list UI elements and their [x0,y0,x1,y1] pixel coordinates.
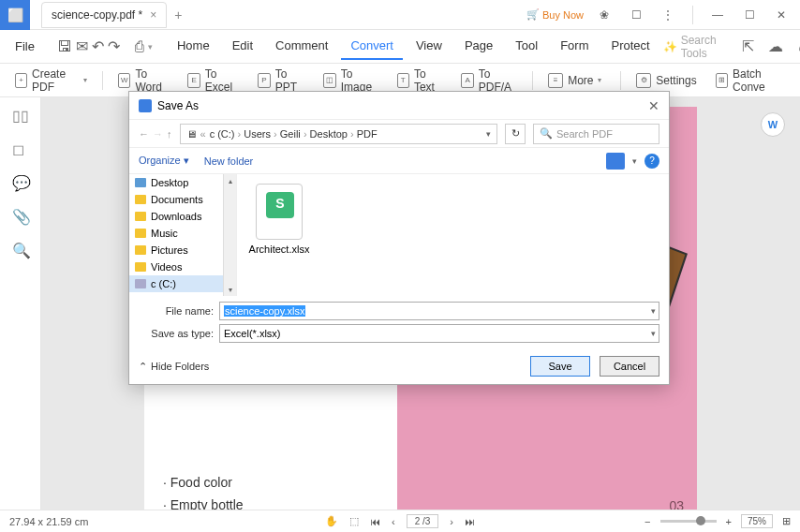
minimize-button[interactable]: — [706,4,729,26]
tool-settings[interactable]: ⚙Settings [629,69,704,92]
nav-up-icon[interactable]: ↑ [167,128,172,140]
tree-item-videos[interactable]: Videos [129,259,236,275]
tool-create-pdf[interactable]: +Create PDF▾ [7,64,95,97]
zoom-out-icon[interactable]: − [644,516,650,527]
page-indicator[interactable]: 2 /3 [407,514,439,528]
menu-home[interactable]: Home [168,33,219,60]
search-tools[interactable]: ✨ Search Tools [663,34,730,60]
save-button[interactable]: Save [530,356,590,377]
dialog-title: Save As [157,99,199,112]
zoom-level[interactable]: 75% [741,514,773,528]
filename-input[interactable]: science-copy.xlsx ▾ [219,302,659,320]
maximize-button[interactable]: ☐ [738,4,761,26]
thumbnails-icon[interactable]: ▯▯ [12,107,29,124]
file-list-area[interactable]: Architect.xlsx [237,174,669,296]
tab-label: science-copy.pdf * [52,8,142,22]
menubar: File 🖫 ✉ ↶ ↷ ⎙ ▾ HomeEditCommentConvertV… [0,30,800,64]
tool-batch-conve[interactable]: ⊞Batch Conve [708,64,793,97]
share-icon[interactable]: ⇱ [739,36,757,58]
menu-form[interactable]: Form [551,33,598,60]
page-dimensions: 27.94 x 21.59 cm [9,516,88,527]
breadcrumb-item[interactable]: Desktop [310,128,348,140]
next-page-icon[interactable]: › [450,516,453,527]
hide-folders-toggle[interactable]: ⌃ Hide Folders [139,361,209,373]
prev-page-icon[interactable]: ‹ [392,516,395,527]
tree-item-desktop[interactable]: Desktop [129,174,236,191]
breadcrumb-item[interactable]: Users [244,128,271,140]
tree-item-music[interactable]: Music [129,225,236,242]
organize-menu[interactable]: Organize ▾ [139,155,189,167]
tree-item-downloads[interactable]: Downloads [129,208,236,225]
close-window-button[interactable]: ✕ [770,4,793,26]
file-item[interactable]: Architect.xlsx [246,184,312,255]
xlsx-file-icon [256,184,303,240]
menu-convert[interactable]: Convert [341,33,403,60]
breadcrumb-item[interactable]: c (C:) [210,128,235,140]
statusbar: 27.94 x 21.59 cm ✋ ⬚ ⏮ ‹ 2 /3 › ⏭ − + 75… [0,510,800,532]
pc-icon: 🖥 [186,128,197,140]
comment-icon[interactable]: 💬 [12,174,29,191]
new-folder-button[interactable]: New folder [204,155,254,167]
filename-label: File name: [139,305,219,317]
hand-tool-icon[interactable]: ✋ [325,515,338,527]
buy-now-link[interactable]: 🛒 Buy Now [526,8,584,21]
tree-item-cc[interactable]: c (C:) [129,275,236,292]
page-number: 03 [669,498,684,510]
menu-tool[interactable]: Tool [506,33,547,60]
document-tab[interactable]: science-copy.pdf * × [41,2,167,28]
search-icon[interactable]: 🔍 [12,242,29,259]
save-icon[interactable]: 🖫 [57,36,72,58]
help-button[interactable]: ? [644,154,659,169]
breadcrumb-item[interactable]: PDF [357,128,378,140]
tree-item-pictures[interactable]: Pictures [129,242,236,259]
redo-icon[interactable]: ↷ [108,36,120,58]
zoom-in-icon[interactable]: + [726,516,732,527]
refresh-button[interactable]: ↻ [505,124,526,144]
nav-back-icon[interactable]: ← [139,128,149,140]
cancel-button[interactable]: Cancel [600,356,659,377]
tree-scrollbar[interactable]: ▴ ▾ [223,174,236,296]
select-tool-icon[interactable]: ⬚ [349,515,359,527]
bookmark-icon[interactable]: ◻ [12,140,29,157]
first-page-icon[interactable]: ⏮ [370,516,380,527]
nav-fwd-icon[interactable]: → [153,128,163,140]
cloud-icon[interactable]: ☁ [766,36,784,58]
file-menu[interactable]: File [7,36,42,57]
tool-more[interactable]: ≡More▾ [541,69,609,92]
undo-icon[interactable]: ↶ [92,36,104,58]
attachment-icon[interactable]: 📎 [12,208,29,225]
expand-icon[interactable]: ⤢ [793,36,800,58]
menu-comment[interactable]: Comment [266,33,337,60]
print-icon[interactable]: ⎙ [135,36,144,58]
fit-page-icon[interactable]: ⊞ [782,515,791,527]
dialog-toolbar: Organize ▾ New folder ▾ ? [129,148,669,174]
chevron-up-icon: ⌃ [139,361,147,373]
add-tab-button[interactable]: + [174,7,182,22]
gift-icon[interactable]: ❀ [593,4,615,26]
titlebar: ⬜ science-copy.pdf * × + 🛒 Buy Now ❀ ☐ ⋮… [0,0,800,30]
tree-item-documents[interactable]: Documents [129,191,236,208]
word-badge-icon[interactable]: W [761,112,785,137]
menu-protect[interactable]: Protect [601,33,659,60]
dialog-search-input[interactable]: 🔍 Search PDF [533,124,659,144]
dialog-close-button[interactable]: ✕ [648,98,659,113]
folder-tree[interactable]: DesktopDocumentsDownloadsMusicPicturesVi… [129,174,237,296]
menu-view[interactable]: View [407,33,452,60]
mail-icon[interactable]: ✉ [76,36,88,58]
kebab-icon[interactable]: ⋮ [657,4,679,26]
savetype-label: Save as type: [139,328,219,339]
savetype-select[interactable]: Excel(*.xlsx) ▾ [219,324,659,343]
search-icon: 🔍 [540,127,553,140]
dialog-app-icon [139,99,152,112]
close-tab-icon[interactable]: × [150,8,156,22]
breadcrumb-item[interactable]: Geili [280,128,301,140]
zoom-slider[interactable] [660,520,717,523]
menu-edit[interactable]: Edit [223,33,262,60]
view-mode-button[interactable] [606,153,625,170]
materials-list: Food colorEmpty bottleFunnelPlastic tray… [163,472,378,510]
app-logo: ⬜ [0,0,30,30]
breadcrumb[interactable]: 🖥 « c (C:) › Users › Geili › Desktop › P… [180,124,498,144]
menu-page[interactable]: Page [455,33,502,60]
last-page-icon[interactable]: ⏭ [465,516,475,527]
notify-icon[interactable]: ☐ [625,4,647,26]
